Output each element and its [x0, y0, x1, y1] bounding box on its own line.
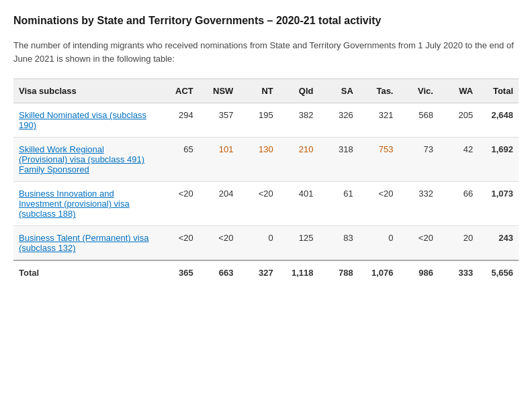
row-0-wa: 205: [439, 103, 478, 138]
row-1-vic: 73: [398, 138, 438, 182]
row-2-tas: <20: [359, 182, 399, 226]
row-3-total: 243: [478, 226, 519, 261]
row-2-wa: 66: [439, 182, 478, 226]
visa-link-2[interactable]: Business Innovation and Investment (prov…: [19, 189, 130, 219]
row-2-act: <20: [159, 182, 199, 226]
table-row: Business Innovation and Investment (prov…: [13, 182, 519, 226]
row-0-sa: 326: [318, 103, 358, 138]
col-header-total: Total: [478, 79, 519, 103]
footer-label: Total: [13, 260, 159, 284]
row-3-nt: 0: [238, 226, 278, 261]
col-header-sa: SA: [318, 79, 358, 103]
col-header-visa: Visa subclass: [13, 79, 159, 103]
col-header-qld: Qld: [279, 79, 319, 103]
table-row: Business Talent (Permanent) visa (subcla…: [13, 226, 519, 261]
row-0-nsw: 357: [199, 103, 239, 138]
col-header-wa: WA: [439, 79, 478, 103]
row-1-total: 1,692: [478, 138, 519, 182]
row-2-total: 1,073: [478, 182, 519, 226]
table-footer-row: Total 365 663 327 1,118 788 1,076 986 33…: [13, 260, 519, 284]
row-3-label: Business Talent (Permanent) visa (subcla…: [13, 226, 159, 261]
footer-tas: 1,076: [359, 260, 399, 284]
row-3-qld: 125: [279, 226, 319, 261]
row-0-label: Skilled Nominated visa (subclass 190): [13, 103, 159, 138]
row-0-total: 2,648: [478, 103, 519, 138]
col-header-vic: Vic.: [398, 79, 438, 103]
col-header-act: ACT: [159, 79, 199, 103]
row-3-tas: 0: [359, 226, 399, 261]
row-3-act: <20: [159, 226, 199, 261]
row-2-nt: <20: [238, 182, 278, 226]
row-1-label: Skilled Work Regional (Provisional) visa…: [13, 138, 159, 182]
row-2-vic: 332: [398, 182, 438, 226]
col-header-nt: NT: [238, 79, 278, 103]
col-header-nsw: NSW: [199, 79, 239, 103]
visa-link-0[interactable]: Skilled Nominated visa (subclass 190): [19, 110, 146, 130]
row-2-label: Business Innovation and Investment (prov…: [13, 182, 159, 226]
row-1-sa: 318: [318, 138, 358, 182]
row-1-qld: 210: [279, 138, 319, 182]
row-3-sa: 83: [318, 226, 358, 261]
row-3-vic: <20: [398, 226, 438, 261]
row-2-qld: 401: [279, 182, 319, 226]
footer-nsw: 663: [199, 260, 239, 284]
footer-qld: 1,118: [279, 260, 319, 284]
table-row: Skilled Work Regional (Provisional) visa…: [13, 138, 519, 182]
visa-link-3[interactable]: Business Talent (Permanent) visa (subcla…: [19, 233, 148, 253]
row-1-nt: 130: [238, 138, 278, 182]
footer-sa: 788: [318, 260, 358, 284]
col-header-tas: Tas.: [359, 79, 399, 103]
row-1-tas: 753: [359, 138, 399, 182]
row-0-vic: 568: [398, 103, 438, 138]
row-1-nsw: 101: [199, 138, 239, 182]
footer-total: 5,656: [478, 260, 519, 284]
row-3-wa: 20: [439, 226, 478, 261]
footer-vic: 986: [398, 260, 438, 284]
row-1-act: 65: [159, 138, 199, 182]
footer-wa: 333: [439, 260, 478, 284]
nominations-table: Visa subclass ACT NSW NT Qld SA Tas. Vic…: [13, 79, 519, 284]
page-title: Nominations by State and Territory Gover…: [13, 13, 519, 28]
row-3-nsw: <20: [199, 226, 239, 261]
footer-act: 365: [159, 260, 199, 284]
row-0-act: 294: [159, 103, 199, 138]
row-0-tas: 321: [359, 103, 399, 138]
row-1-wa: 42: [439, 138, 478, 182]
row-2-nsw: 204: [199, 182, 239, 226]
table-row: Skilled Nominated visa (subclass 190)294…: [13, 103, 519, 138]
row-2-sa: 61: [318, 182, 358, 226]
row-0-nt: 195: [238, 103, 278, 138]
description-text: The number of intending migrants who rec…: [13, 39, 519, 65]
footer-nt: 327: [238, 260, 278, 284]
visa-link-1[interactable]: Skilled Work Regional (Provisional) visa…: [19, 144, 144, 174]
row-0-qld: 382: [279, 103, 319, 138]
